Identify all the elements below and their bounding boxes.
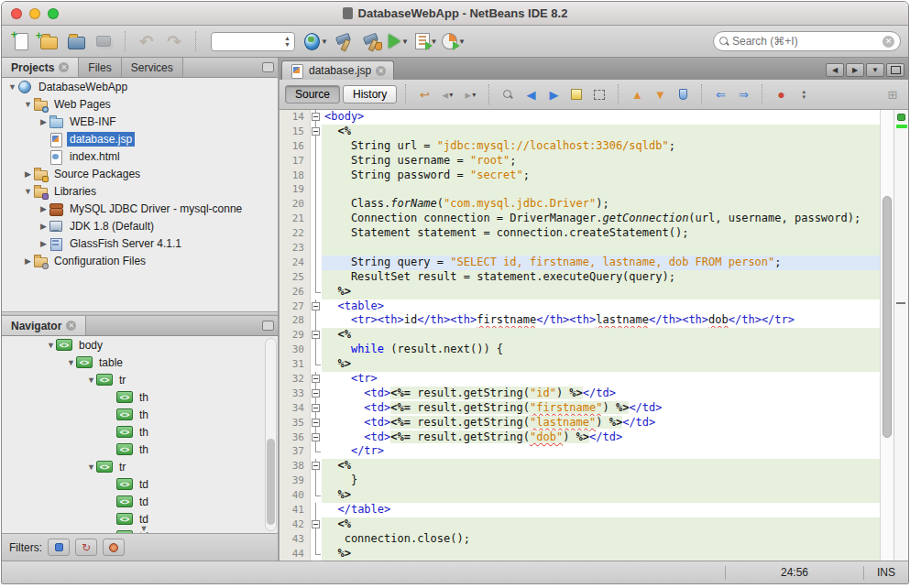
tree-item-tr[interactable]: ▼<>tr	[2, 458, 278, 475]
fold-marker[interactable]	[311, 125, 322, 139]
tree-item-web-inf[interactable]: ▶WEB-INF	[2, 113, 278, 130]
last-edit-position-button[interactable]: ↩	[414, 84, 434, 104]
previous-bookmark-button[interactable]: ▲	[627, 84, 647, 104]
quick-search-box[interactable]: ✕	[713, 31, 901, 51]
tree-item-th[interactable]: <>th	[2, 441, 278, 458]
tree-item-tr[interactable]: ▼<>tr	[2, 371, 278, 388]
tree-item-mysql-jdbc-driver-mysql-conne[interactable]: ▶MySQL JDBC Driver - mysql-conne	[2, 200, 278, 217]
fold-marker[interactable]	[311, 459, 322, 474]
collapse-folds-button[interactable]: ▴▾	[794, 84, 814, 104]
tree-item-td[interactable]: <>td	[2, 493, 278, 510]
code-line-28[interactable]: 28 <tr><th>id</th><th>firstname</th><th>…	[280, 313, 880, 328]
tree-item-glassfish-server-4-1-1[interactable]: ▶GlassFish Server 4.1.1	[2, 234, 278, 252]
find-previous-button[interactable]: ◀	[521, 84, 541, 104]
code-line-44[interactable]: 44 %>	[280, 547, 880, 561]
tab-database-jsp[interactable]: database.jsp ✕	[281, 60, 394, 80]
fold-marker[interactable]	[311, 110, 322, 125]
tree-item-th[interactable]: <>th	[2, 388, 278, 406]
tree-item-index-html[interactable]: index.html	[2, 147, 278, 165]
tree-item-th[interactable]: <>th	[2, 406, 278, 423]
code-line-33[interactable]: 33 <td><%= result.getString("id") %></td…	[280, 387, 880, 401]
save-all-button[interactable]	[92, 29, 115, 53]
code-line-17[interactable]: 17 String username = "root";	[280, 154, 880, 169]
expander-icon[interactable]: ▼	[86, 463, 96, 472]
expander-icon[interactable]: ▼	[7, 82, 17, 92]
run-project-button[interactable]: ▼	[387, 29, 411, 53]
float-window-icon[interactable]	[262, 62, 274, 72]
globe-button[interactable]: ▼	[304, 29, 328, 53]
tree-item-web-pages[interactable]: ▼Web Pages	[2, 95, 278, 113]
code-line-36[interactable]: 36 <td><%= result.getString("dob") %></t…	[280, 430, 880, 445]
code-line-35[interactable]: 35 <td><%= result.getString("lastname") …	[280, 416, 880, 430]
code-line-29[interactable]: 29 <%	[280, 328, 880, 343]
expander-icon[interactable]: ▼	[86, 376, 96, 385]
expander-icon[interactable]: ▶	[38, 204, 49, 213]
tab-navigator[interactable]: Navigator✕	[2, 316, 86, 335]
fold-marker[interactable]	[311, 430, 322, 445]
shift-line-left-button[interactable]: ⇐	[710, 84, 730, 104]
code-line-19[interactable]: 19	[280, 182, 880, 197]
filter-sync-button[interactable]: ↻	[75, 539, 97, 556]
code-line-30[interactable]: 30 while (result.next()) {	[280, 343, 880, 357]
code-line-31[interactable]: 31 %>	[280, 357, 880, 372]
code-line-22[interactable]: 22 Statement statement = connection.crea…	[280, 226, 880, 241]
code-line-40[interactable]: 40 %>	[280, 488, 880, 503]
code-line-41[interactable]: 41 </table>	[280, 503, 880, 517]
tree-item-configuration-files[interactable]: ▶Configuration Files	[2, 252, 278, 269]
rectangular-selection-button[interactable]	[589, 84, 609, 104]
scroll-tabs-right-button[interactable]: ▶	[846, 63, 864, 77]
code-line-37[interactable]: 37 </tr>	[280, 444, 880, 459]
tree-item-databasewebapp[interactable]: ▼DatabaseWebApp	[2, 78, 278, 95]
search-input[interactable]	[732, 35, 879, 48]
new-project-button[interactable]	[37, 29, 60, 53]
code-line-16[interactable]: 16 String url = "jdbc:mysql://localhost:…	[280, 139, 880, 154]
forward-button[interactable]: ▸▾	[460, 84, 480, 104]
configuration-combobox[interactable]: ▲▼	[211, 32, 295, 51]
fold-marker[interactable]	[311, 372, 322, 387]
tree-item-table[interactable]: ▼<>table	[2, 354, 278, 371]
clean-build-button[interactable]	[359, 29, 383, 53]
float-window-icon[interactable]	[262, 321, 274, 331]
tree-item-source-packages[interactable]: ▶Source Packages	[2, 165, 278, 182]
fold-marker[interactable]	[311, 401, 322, 416]
code-line-20[interactable]: 20 Class.forName("com.mysql.jdbc.Driver"…	[280, 197, 880, 212]
find-next-button[interactable]: ▶	[543, 84, 564, 104]
fold-marker[interactable]	[311, 517, 322, 532]
toggle-bookmark-button[interactable]	[673, 84, 693, 104]
source-view-button[interactable]: Source	[285, 85, 340, 103]
tab-files[interactable]: Files	[79, 58, 121, 77]
close-icon[interactable]: ✕	[376, 66, 386, 76]
expander-icon[interactable]: ▶	[38, 222, 49, 231]
tab-services[interactable]: Services	[122, 58, 183, 77]
code-line-18[interactable]: 18 String password = "secret";	[280, 169, 880, 183]
tree-item-libraries[interactable]: ▼Libraries	[2, 182, 278, 200]
code-line-39[interactable]: 39 }	[280, 474, 880, 488]
back-button[interactable]: ◂▾	[437, 84, 457, 104]
expander-icon[interactable]: ▶	[38, 117, 49, 126]
debug-project-button[interactable]: ▼	[414, 29, 438, 53]
code-line-38[interactable]: 38 <%	[280, 459, 880, 474]
maximize-editor-button[interactable]	[886, 63, 905, 77]
code-line-23[interactable]: 23	[280, 241, 880, 256]
expander-icon[interactable]: ▶	[23, 256, 33, 266]
split-window-button[interactable]: ⊞	[883, 84, 903, 104]
code-line-34[interactable]: 34 <td><%= result.getString("firstname")…	[280, 401, 880, 416]
tree-item-database-jsp[interactable]: database.jsp	[2, 130, 278, 147]
scroll-tabs-left-button[interactable]: ◀	[826, 63, 844, 77]
undo-button[interactable]: ↶	[135, 29, 159, 53]
close-icon[interactable]: ✕	[59, 62, 69, 72]
record-macro-button[interactable]: ●	[771, 84, 791, 104]
toggle-highlight-search-button[interactable]	[566, 84, 587, 104]
tree-item-jdk-1-8-default-[interactable]: ▶JDK 1.8 (Default)	[2, 217, 278, 234]
redo-button[interactable]: ↷	[162, 29, 186, 53]
filter-clock-button[interactable]	[103, 539, 125, 556]
history-view-button[interactable]: History	[343, 85, 397, 103]
tree-item-body[interactable]: ▼<>body	[2, 336, 278, 354]
tree-item-th[interactable]: <>th	[2, 423, 278, 441]
tab-list-dropdown-button[interactable]: ▼	[866, 63, 884, 77]
code-editor[interactable]: 14<body>15 <%16 String url = "jdbc:mysql…	[280, 110, 880, 561]
code-line-43[interactable]: 43 connection.close();	[280, 532, 880, 547]
next-bookmark-button[interactable]: ▼	[650, 84, 670, 104]
navigator-scrollbar[interactable]	[265, 338, 277, 531]
build-project-button[interactable]	[332, 29, 356, 53]
